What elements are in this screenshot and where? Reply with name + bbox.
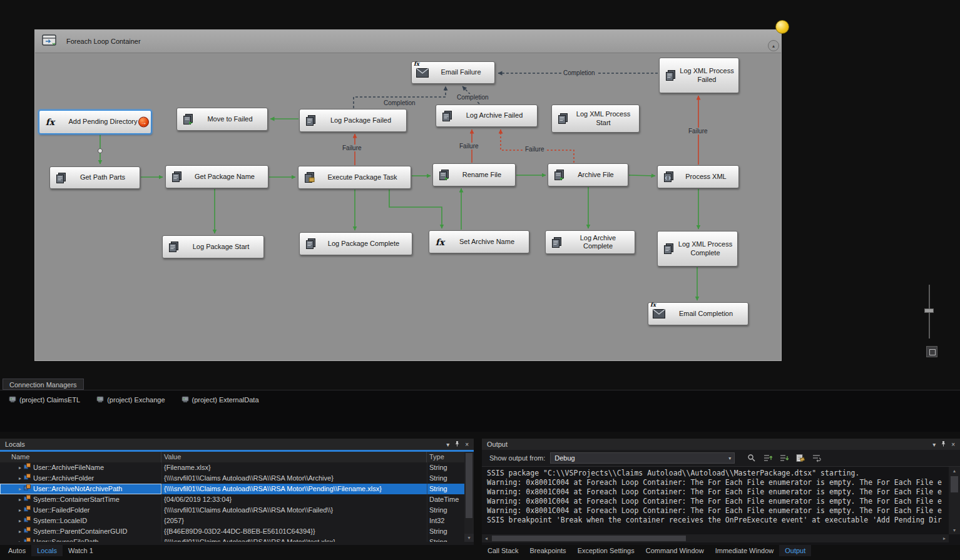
task-archive-file[interactable]: Archive File bbox=[548, 163, 628, 186]
expand-arrow-icon[interactable]: ▸ bbox=[19, 494, 21, 505]
scroll-down-arrow-icon[interactable]: ▾ bbox=[949, 526, 960, 534]
execute-sql-task-icon bbox=[440, 111, 454, 121]
expand-arrow-icon[interactable]: ▸ bbox=[19, 505, 21, 516]
locals-row[interactable]: ▸System::LocaleID {2057} Int32 bbox=[0, 516, 464, 526]
task-execute-package-task[interactable]: Execute Package Task bbox=[298, 166, 411, 189]
designer-zoom-slider-thumb[interactable] bbox=[924, 308, 934, 313]
output-horizontal-scrollbar[interactable]: ◂ ▸ bbox=[482, 534, 949, 542]
execute-sql-task-icon bbox=[166, 242, 180, 252]
output-source-dropdown[interactable]: Debug ▾ bbox=[550, 452, 735, 464]
task-log-package-complete[interactable]: Log Package Complete bbox=[299, 232, 412, 255]
file-system-task-icon bbox=[437, 170, 451, 180]
locals-row[interactable]: ▸User::ArchiveFileName {Filename.xlsx} S… bbox=[0, 462, 464, 473]
output-vertical-scrollbar[interactable]: ▴ ▾ bbox=[949, 467, 960, 534]
close-icon[interactable]: × bbox=[951, 441, 955, 448]
expand-arrow-icon[interactable]: ▸ bbox=[19, 526, 21, 537]
task-email-failure[interactable]: fx Email Failure bbox=[411, 61, 495, 84]
scrollbar-thumb[interactable] bbox=[466, 453, 472, 518]
window-position-icon[interactable]: ▾ bbox=[932, 441, 936, 448]
tab-exception-settings[interactable]: Exception Settings bbox=[572, 545, 640, 556]
locals-row[interactable]: ▸User::ArchiveFolder {\\\\srvfil01\\Clai… bbox=[0, 473, 464, 484]
connector-label-failure: Failure bbox=[340, 145, 364, 151]
task-add-pending-directory[interactable]: fx Add Pending Directory → bbox=[39, 110, 151, 134]
tab-command-window[interactable]: Command Window bbox=[640, 545, 710, 556]
tab-breakpoints[interactable]: Breakpoints bbox=[524, 545, 572, 556]
output-title-bar[interactable]: Output ▾ × bbox=[482, 439, 960, 450]
column-divider[interactable] bbox=[161, 462, 162, 542]
tab-locals[interactable]: Locals bbox=[31, 545, 63, 556]
bottom-tab-bar: Autos Locals Watch 1 Call Stack Breakpoi… bbox=[0, 545, 960, 556]
expand-arrow-icon[interactable]: ▸ bbox=[19, 462, 21, 473]
clear-all-icon[interactable] bbox=[795, 453, 805, 464]
output-line: Warning: 0x8001C004 at Foreach Loop Cont… bbox=[487, 497, 949, 506]
locals-row[interactable]: ▸System::ContainerStartTime {04/06/2019 … bbox=[0, 494, 464, 505]
pin-icon[interactable] bbox=[941, 440, 946, 448]
variable-icon bbox=[24, 516, 31, 526]
task-get-package-name[interactable]: Get Package Name bbox=[165, 165, 268, 188]
connection-managers-tab[interactable]: Connection Managers bbox=[3, 379, 84, 390]
go-to-previous-message-icon[interactable] bbox=[762, 453, 773, 464]
execute-package-task-icon bbox=[302, 172, 316, 183]
task-log-xml-process-start[interactable]: Log XML Process Start bbox=[551, 104, 640, 133]
execute-sql-task-icon bbox=[304, 115, 317, 126]
connector-label-completion: Completion bbox=[561, 69, 597, 76]
task-move-to-failed[interactable]: Move to Failed bbox=[176, 108, 268, 131]
pin-icon[interactable] bbox=[454, 440, 460, 448]
locals-title-bar[interactable]: Locals ▾ × bbox=[0, 439, 474, 450]
tab-output[interactable]: Output bbox=[779, 545, 811, 556]
fit-to-window-button[interactable] bbox=[926, 346, 937, 357]
column-header-name[interactable]: Name bbox=[0, 452, 161, 462]
sun-badge-icon[interactable] bbox=[775, 20, 789, 34]
task-get-path-parts[interactable]: Get Path Parts bbox=[49, 166, 140, 189]
go-to-next-message-icon[interactable] bbox=[779, 453, 789, 464]
task-log-xml-process-complete[interactable]: Log XML Process Complete bbox=[657, 231, 738, 267]
task-log-package-failed[interactable]: Log Package Failed bbox=[299, 109, 407, 132]
scrollbar-thumb[interactable] bbox=[951, 476, 958, 492]
task-email-completion[interactable]: fx Email Completion bbox=[648, 302, 748, 325]
connection-manager-externaldata[interactable]: (project) ExternalData bbox=[181, 395, 259, 404]
task-log-package-start[interactable]: Log Package Start bbox=[162, 235, 264, 258]
expand-arrow-icon[interactable]: ▸ bbox=[19, 473, 21, 484]
scroll-down-arrow-icon[interactable]: ▾ bbox=[464, 534, 474, 542]
column-header-type[interactable]: Type bbox=[427, 452, 464, 462]
scrollbar-thumb[interactable] bbox=[492, 536, 686, 541]
output-line: Warning: 0x8001C004 at Foreach Loop Cont… bbox=[487, 506, 949, 516]
locals-vertical-scrollbar[interactable]: ▾ bbox=[464, 452, 474, 542]
task-log-archive-failed[interactable]: Log Archive Failed bbox=[436, 104, 538, 127]
collapse-container-button[interactable]: ▴ bbox=[768, 40, 779, 51]
scroll-left-arrow-icon[interactable]: ◂ bbox=[482, 534, 491, 542]
column-divider[interactable] bbox=[427, 462, 427, 542]
execute-sql-task-icon bbox=[54, 173, 68, 183]
file-system-task-icon bbox=[181, 114, 195, 125]
scroll-up-arrow-icon[interactable]: ▴ bbox=[949, 467, 960, 475]
locals-row-selected[interactable]: ▸User::ArchiveNotArchivePath {\\\\srvfil… bbox=[0, 484, 464, 494]
window-position-icon[interactable]: ▾ bbox=[446, 441, 449, 448]
column-header-value[interactable]: Value bbox=[161, 452, 427, 462]
expand-arrow-icon[interactable]: ▸ bbox=[19, 537, 21, 542]
task-process-xml[interactable]: Process XML bbox=[657, 165, 739, 188]
output-log[interactable]: SSIS package "C:\\VSProjects\\Claims Aut… bbox=[482, 467, 949, 534]
tab-autos[interactable]: Autos bbox=[3, 545, 31, 556]
connection-manager-claimsetl[interactable]: (project) ClaimsETL bbox=[9, 395, 80, 404]
tab-call-stack[interactable]: Call Stack bbox=[482, 545, 524, 556]
connection-manager-exchange[interactable]: (project) Exchange bbox=[96, 395, 165, 404]
task-rename-file[interactable]: Rename File bbox=[432, 163, 516, 186]
scroll-right-arrow-icon[interactable]: ▸ bbox=[940, 534, 949, 542]
task-log-archive-complete[interactable]: Log Archive Complete bbox=[545, 230, 635, 254]
toggle-word-wrap-icon[interactable] bbox=[811, 453, 822, 464]
chevron-down-icon: ▾ bbox=[725, 456, 734, 461]
container-header[interactable]: Foreach Loop Container bbox=[35, 30, 781, 53]
task-log-xml-process-failed[interactable]: Log XML Process Failed bbox=[659, 58, 739, 93]
close-icon[interactable]: × bbox=[465, 441, 469, 448]
tab-watch-1[interactable]: Watch 1 bbox=[63, 545, 99, 556]
execute-sql-task-icon bbox=[556, 113, 569, 124]
expand-arrow-icon[interactable]: ▸ bbox=[19, 484, 21, 494]
tab-immediate-window[interactable]: Immediate Window bbox=[710, 545, 780, 556]
output-title: Output bbox=[487, 440, 508, 448]
locals-row[interactable]: ▸User::FailedFolder {\\\\srvfil01\\Claim… bbox=[0, 505, 464, 516]
find-message-icon[interactable] bbox=[746, 453, 757, 464]
locals-row[interactable]: ▸User::SourceFilePath {\\\\srvfil01\\Cla… bbox=[0, 537, 464, 542]
expand-arrow-icon[interactable]: ▸ bbox=[19, 516, 21, 526]
locals-row[interactable]: ▸System::ParentContainerGUID {{B46E89D9-… bbox=[0, 526, 464, 537]
task-set-archive-name[interactable]: fx Set Archive Name bbox=[429, 230, 529, 253]
